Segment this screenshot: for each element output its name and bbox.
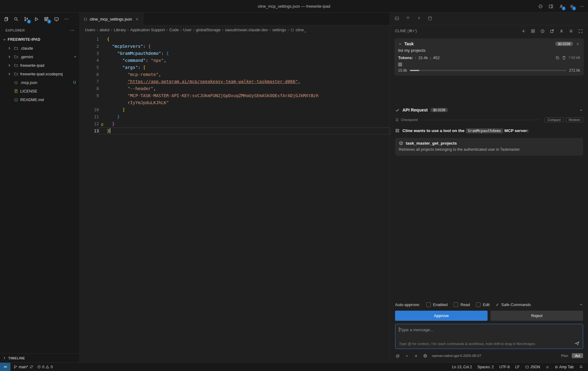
- close-task-icon[interactable]: [575, 41, 580, 46]
- code-line[interactable]: 10 ]: [80, 106, 390, 113]
- api-provider-icon[interactable]: [423, 353, 428, 358]
- code-line[interactable]: 11 }: [80, 113, 390, 120]
- feedback-icon[interactable]: ☺: [544, 363, 551, 371]
- tree-item-freewrite-ipad[interactable]: freewrite-ipad: [0, 61, 80, 70]
- extensions-icon[interactable]: 2: [43, 16, 50, 22]
- remote-indicator[interactable]: ><: [0, 363, 10, 371]
- explorer-icon[interactable]: [2, 16, 9, 22]
- code-line[interactable]: 4 "command": "npx",: [80, 57, 390, 64]
- account-icon[interactable]: 1: [559, 4, 564, 9]
- problems-item[interactable]: 0 0: [35, 363, 55, 371]
- chevron-up-icon[interactable]: [579, 303, 583, 307]
- breadcrumb-item[interactable]: settings: [272, 28, 286, 32]
- json-file-icon: {}: [13, 81, 19, 84]
- plan-mode-button[interactable]: Plan: [559, 353, 571, 358]
- copilot-icon[interactable]: [538, 4, 543, 9]
- mention-icon[interactable]: @: [395, 353, 400, 358]
- remote-explorer-icon[interactable]: [53, 16, 60, 22]
- mcp-servers-icon[interactable]: [530, 28, 536, 34]
- code-line[interactable]: rIyYmJpduLKJhLK": [80, 99, 390, 106]
- code-line[interactable]: 7 "https://app.getgram.ai/mcp/speakeasy-…: [80, 78, 390, 85]
- cursor-position[interactable]: Ln 13, Col 2: [450, 363, 474, 371]
- breadcrumb-item[interactable]: User: [183, 28, 191, 32]
- tool-card[interactable]: task_master_get_projects Retrieves all p…: [395, 138, 583, 156]
- layout-icon[interactable]: [548, 4, 554, 9]
- language-mode[interactable]: {}JSON: [523, 363, 542, 371]
- settings-gear-icon[interactable]: [568, 28, 574, 34]
- close-tab-icon[interactable]: [134, 17, 139, 21]
- code-area[interactable]: 1{2 "mcpServers": {3 "GramMcpauthdemo": …: [80, 34, 390, 362]
- indentation[interactable]: Spaces: 2: [476, 363, 496, 371]
- tree-root-freewrite-ipad[interactable]: FREEWRITE-IPAD: [0, 35, 80, 44]
- open-external-icon[interactable]: [549, 28, 555, 34]
- code-line[interactable]: 2 "mcpServers": {: [80, 43, 390, 50]
- breadcrumb-item[interactable]: Library: [114, 28, 126, 32]
- run-debug-icon[interactable]: [33, 16, 40, 22]
- git-branch-item[interactable]: main*: [12, 363, 35, 371]
- add-context-icon[interactable]: +: [404, 353, 409, 358]
- code-line[interactable]: 6 "mcp-remote",: [80, 71, 390, 78]
- auto-approve-option-enabled[interactable]: Enabled: [426, 302, 448, 307]
- history-icon[interactable]: [540, 28, 545, 34]
- file-name: README.md: [20, 97, 44, 102]
- chevron-down-icon[interactable]: [579, 108, 583, 112]
- database-icon[interactable]: [428, 16, 432, 22]
- code-line[interactable]: 3 "GramMcpauthdemo": {: [80, 50, 390, 57]
- tab-cline-mcp-settings[interactable]: {} cline_mcp_settings.json: [80, 13, 143, 25]
- auto-approve-option-read[interactable]: Read: [454, 302, 470, 307]
- account-icon[interactable]: [559, 28, 564, 34]
- breadcrumb-file[interactable]: {}cline_: [290, 28, 306, 32]
- fullscreen-icon[interactable]: [578, 28, 583, 34]
- auto-approve-option-edit[interactable]: Edit: [476, 302, 489, 307]
- breadcrumb-item[interactable]: Code: [169, 28, 179, 32]
- eol-sequence[interactable]: LF: [513, 363, 521, 371]
- code-line[interactable]: 12 }: [80, 120, 390, 127]
- code-line[interactable]: 1{: [80, 36, 390, 43]
- message-input[interactable]: Type a message... Type @ for context, / …: [395, 324, 583, 349]
- compare-button[interactable]: Compare: [545, 117, 564, 122]
- export-icon[interactable]: [417, 16, 421, 22]
- amp-tab-item[interactable]: ⊘Amp Tab: [553, 363, 575, 371]
- line-number: 8: [80, 85, 99, 92]
- timeline-section[interactable]: TIMELINE: [0, 353, 80, 362]
- breadcrumb-item[interactable]: abdul: [100, 28, 109, 32]
- api-request-row[interactable]: API Request $0.0238: [390, 108, 588, 112]
- tree-item-license[interactable]: LICENSE: [0, 87, 80, 95]
- tree-item-claude[interactable]: .claude: [0, 44, 80, 52]
- more-icon[interactable]: ⋯: [579, 4, 585, 9]
- panel-layout-icon[interactable]: [394, 16, 399, 22]
- code-line[interactable]: 8 "--header",: [80, 85, 390, 92]
- code-line[interactable]: 13}: [80, 127, 390, 134]
- act-mode-button[interactable]: Act: [572, 353, 583, 358]
- model-label[interactable]: openai-native:gpt-5-2025-08-07: [432, 354, 481, 358]
- broadcast-icon[interactable]: [405, 16, 410, 22]
- auto-approve-option-safe-commands[interactable]: ✓Safe Commands: [496, 302, 531, 307]
- approve-button[interactable]: Approve: [395, 311, 488, 321]
- breadcrumb-item[interactable]: saoudrizwan.claude-dev: [225, 28, 268, 32]
- chevron-down-icon[interactable]: [398, 42, 402, 46]
- more-icon[interactable]: ⋯: [63, 16, 70, 22]
- search-icon[interactable]: [13, 16, 19, 22]
- notifications-bell-icon[interactable]: [577, 363, 585, 371]
- lightbulb-icon[interactable]: [100, 122, 104, 126]
- source-control-icon[interactable]: 2: [23, 16, 29, 22]
- restore-button[interactable]: Restore: [566, 117, 583, 122]
- tree-item-mcp-json[interactable]: {}.mcp.jsonU: [0, 78, 80, 87]
- code-line[interactable]: 9 "MCP-TASK-MASTER-API-KEY:svCJUkmFUNZjG…: [80, 92, 390, 99]
- breadcrumb-item[interactable]: globalStorage: [196, 28, 221, 32]
- tree-item-freewrite-ipad-xcodeproj[interactable]: freewrite-ipad.xcodeproj: [0, 70, 80, 78]
- breadcrumb-item[interactable]: Users: [85, 28, 95, 32]
- tree-item-readme-md[interactable]: README.md: [0, 95, 80, 104]
- breadcrumb-item[interactable]: Application Support: [130, 28, 165, 32]
- new-task-icon[interactable]: [521, 28, 526, 34]
- code-line[interactable]: 5 "args": [: [80, 64, 390, 71]
- trash-icon[interactable]: [562, 55, 567, 60]
- explorer-actions-icon[interactable]: ⋯: [70, 28, 75, 33]
- settings-gear-icon[interactable]: 1: [569, 4, 575, 9]
- encoding[interactable]: UTF-8: [497, 363, 511, 371]
- send-icon[interactable]: [574, 341, 580, 346]
- copy-icon[interactable]: [555, 55, 560, 60]
- reject-button[interactable]: Reject: [491, 311, 583, 321]
- slash-commands-icon[interactable]: ≡: [413, 353, 419, 358]
- tree-item-gemini[interactable]: .gemini●: [0, 52, 80, 61]
